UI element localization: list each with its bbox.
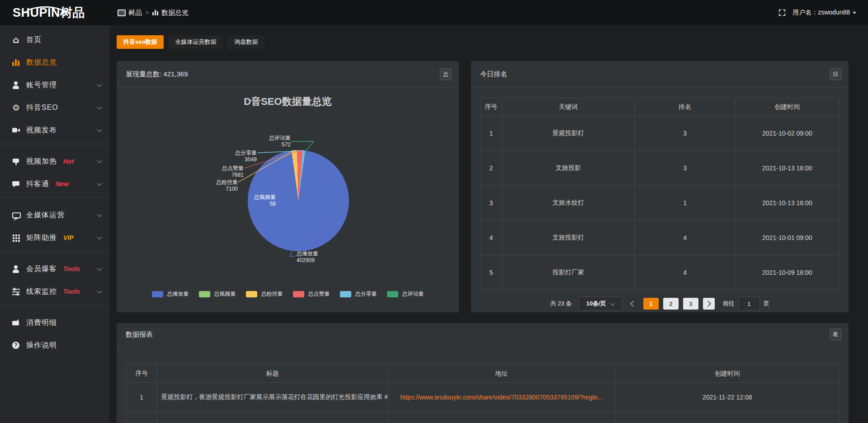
main-content: 抖音seo数据 全媒体运营数据 询盘数据 展现量总数: 421,369 总 D音… <box>109 25 868 423</box>
legend-item-plays[interactable]: 总播放量 <box>152 290 189 298</box>
sidebar-divider <box>0 144 109 144</box>
sidebar-item-douketong[interactable]: 抖客通 New <box>0 173 109 195</box>
breadcrumb-item-current[interactable]: 数据总览 <box>152 9 189 17</box>
pie-label-videos: 总视频量 58 <box>251 194 276 207</box>
wallet-icon <box>12 319 20 327</box>
breadcrumb-label: 数据总览 <box>161 9 189 17</box>
vip-badge: VIP <box>63 234 74 241</box>
sidebar-item-video-publish[interactable]: 视频发布 <box>0 119 109 141</box>
table-row[interactable]: 3 文旅水纹灯 1 2021-10-13 18:00 <box>481 186 840 221</box>
sidebar-item-label: 抖音SEO <box>26 103 58 113</box>
chevron-down-icon <box>610 301 615 306</box>
page-button-3[interactable]: 3 <box>683 298 698 310</box>
total-badge-button[interactable]: 总 <box>440 68 452 80</box>
user-icon <box>12 81 20 89</box>
top-bar: SHUPIN树品 树品 > 数据总览 用户名：zswodun88 <box>0 0 868 25</box>
sidebar-divider <box>0 197 109 198</box>
sidebar-item-label: 数据总览 <box>26 58 57 67</box>
app-logo: SHUPIN树品 <box>0 5 109 21</box>
chevron-down-icon <box>97 212 102 217</box>
pie-chart: D音SEO数据量总览 总评论量 572 总分享量 3049 <box>117 88 459 312</box>
screen-icon <box>118 9 126 16</box>
grid-icon <box>12 234 20 242</box>
page-button-2[interactable]: 2 <box>663 298 679 310</box>
user-menu[interactable]: 用户名：zswodun88 <box>793 9 856 17</box>
col-created: 创建时间 <box>615 365 840 383</box>
day-badge-button[interactable]: 日 <box>830 68 841 80</box>
sliders-icon <box>12 287 20 296</box>
seo-data-chart-panel: 展现量总数: 421,369 总 D音SEO数据量总览 总评论量 572 <box>117 61 459 312</box>
home-icon <box>12 36 20 44</box>
tools-badge: Tools <box>63 265 80 273</box>
tab-media-operation-data[interactable]: 全媒体运营数据 <box>168 35 223 49</box>
monitor-icon <box>12 211 20 220</box>
sidebar-item-account[interactable]: 账号管理 <box>0 74 109 96</box>
video-link[interactable]: https://www.iesdouyin.com/share/video/70… <box>388 383 615 412</box>
page-size-select[interactable]: 10条/页 <box>578 296 623 311</box>
report-title: 数据报表 <box>126 330 153 339</box>
col-rank: 排名 <box>635 98 735 116</box>
table-header-row: 序号 标题 地址 创建时间 <box>126 365 840 383</box>
legend-swatch <box>340 291 351 297</box>
sidebar-item-label: 视频加热 <box>26 157 57 166</box>
table-row[interactable]: 1 景观投影灯 3 2021-10-02 09:00 <box>481 116 840 151</box>
legend-item-fans[interactable]: 总粉丝量 <box>246 290 283 298</box>
pie-label-plays: 总播放量 402909 <box>297 250 337 264</box>
legend-item-likes[interactable]: 总点赞量 <box>293 290 330 298</box>
table-row[interactable]: 2 文旅投影 3 2021-10-13 18:00 <box>481 151 840 186</box>
chat-bubble-icon <box>12 180 20 188</box>
table-row[interactable]: 4 文旅投影灯 4 2021-10-01 09:00 <box>481 221 840 255</box>
tab-inquiry-data[interactable]: 询盘数据 <box>227 35 264 49</box>
sidebar-item-matrix-boost[interactable]: 矩阵助推 VIP <box>0 226 109 249</box>
legend-item-comments[interactable]: 总评论量 <box>387 290 424 298</box>
page-button-1[interactable]: 1 <box>643 298 659 310</box>
sidebar-item-video-heat[interactable]: 视频加热 Hot <box>0 150 109 173</box>
legend-swatch <box>152 291 163 297</box>
prev-page-button[interactable] <box>627 298 639 310</box>
tab-douyin-seo-data[interactable]: 抖音seo数据 <box>117 35 164 49</box>
chevron-down-icon <box>97 181 102 186</box>
sidebar-item-lead-monitor[interactable]: 线索监控 Tools <box>0 280 109 303</box>
pie-leader-lines <box>117 88 459 312</box>
sidebar-item-member-burst[interactable]: 会员爆客 Tools <box>0 258 109 280</box>
sidebar-item-douyin-seo[interactable]: 抖音SEO <box>0 96 109 119</box>
pagination-total: 共 23 条 <box>550 300 572 308</box>
sidebar-item-home[interactable]: 首页 <box>0 28 109 51</box>
sidebar-item-consumption-detail[interactable]: 消费明细 <box>0 311 109 334</box>
gear-icon <box>12 103 20 112</box>
sidebar-divider <box>0 305 109 306</box>
data-tabs: 抖音seo数据 全媒体运营数据 询盘数据 <box>117 35 849 49</box>
table-badge-button[interactable]: 表 <box>830 329 841 340</box>
col-keyword: 关键词 <box>502 98 635 116</box>
table-row[interactable]: 5 投影灯厂家 4 2021-10-09 18:00 <box>481 255 840 290</box>
chevron-down-icon <box>97 127 102 132</box>
col-index: 序号 <box>481 98 502 116</box>
breadcrumb-label: 树品 <box>128 9 142 17</box>
legend-item-shares[interactable]: 总分享量 <box>340 290 377 298</box>
sidebar-item-instructions[interactable]: 操作说明 <box>0 334 109 357</box>
sidebar-item-data-overview[interactable]: 数据总览 <box>0 51 109 74</box>
chart-panel-header: 展现量总数: 421,369 总 <box>117 61 459 88</box>
pie-label-fans: 总粉丝量 7100 <box>193 179 238 193</box>
fullscreen-icon[interactable] <box>778 9 786 17</box>
pie-label-likes: 总点赞量 7681 <box>198 165 244 179</box>
today-ranking-panel: 今日排名 日 序号 关键词 排名 创建时间 1 景观投影灯 3 <box>471 61 849 312</box>
table-row[interactable]: 1 景观投影灯，夜游景观投影灯厂家展示展示落花灯在花园里的灯光投影应用效果 # … <box>126 383 840 412</box>
sidebar-item-label: 线索监控 <box>26 287 57 296</box>
data-report-panel: 数据报表 表 序号 标题 地址 创建时间 1 景观投影灯，夜游景观投影灯厂家展示… <box>117 323 849 423</box>
col-address: 地址 <box>388 365 615 383</box>
sidebar-item-label: 会员爆客 <box>26 264 57 274</box>
tools-badge: Tools <box>63 288 80 295</box>
sidebar-item-label: 消费明细 <box>26 318 57 328</box>
legend-swatch <box>387 291 398 297</box>
breadcrumb-item-home[interactable]: 树品 <box>118 9 142 17</box>
legend-swatch <box>199 291 210 297</box>
sidebar-item-media-operation[interactable]: 全媒体运营 <box>0 204 109 226</box>
pagination: 共 23 条 10条/页 1 2 3 前往 页 <box>480 296 840 311</box>
goto-page-input[interactable] <box>738 296 760 311</box>
col-index: 序号 <box>126 365 157 383</box>
next-page-button[interactable] <box>703 298 715 310</box>
legend-item-videos[interactable]: 总视频量 <box>199 290 236 298</box>
bar-chart-icon <box>152 10 159 15</box>
chevron-down-icon <box>97 104 102 109</box>
